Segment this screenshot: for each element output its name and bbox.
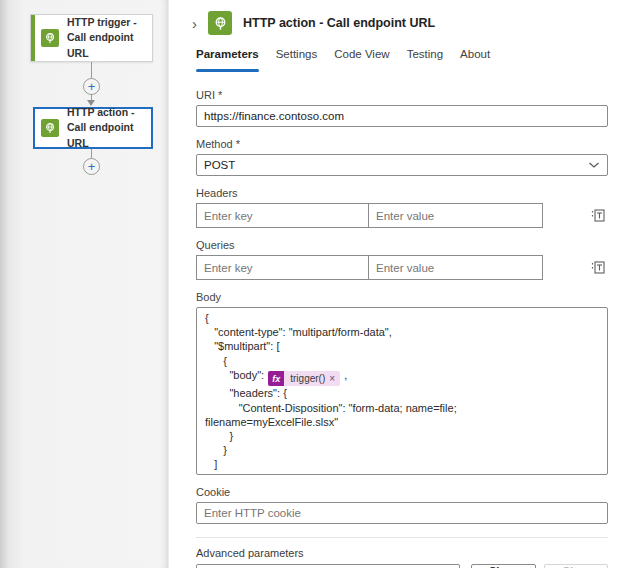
expression-token-label: trigger() [284,372,328,386]
tab-settings[interactable]: Settings [276,48,318,72]
tab-bar: Parameters Settings Code View Testing Ab… [196,48,608,72]
headers-value-input[interactable] [369,204,542,227]
cookie-input[interactable] [196,502,608,524]
collapse-panel-button[interactable]: › [188,15,201,32]
remove-token-icon[interactable]: × [328,372,340,386]
action-details-panel: › HTTP action - Call endpoint URL Parame… [168,0,624,568]
insert-step-button[interactable]: + [83,78,100,95]
tab-parameters[interactable]: Parameters [196,48,259,72]
headers-label: Headers [196,187,608,199]
queries-key-input[interactable] [197,256,368,279]
advanced-parameters-label: Advanced parameters [196,547,608,559]
panel-header: › HTTP action - Call endpoint URL [196,5,608,41]
required-asterisk: * [218,89,222,101]
queries-key-value [196,255,543,280]
trigger-node[interactable]: HTTP trigger - Call endpoint URL [30,14,153,62]
body-label: Body [196,291,608,303]
advanced-parameters-dropdown[interactable]: Showing 0 of 1 [196,564,460,568]
queries-row [196,255,608,280]
headers-row [196,203,608,228]
logic-apps-designer: HTTP trigger - Call endpoint URL + HTTP … [0,0,624,568]
uri-label: URI* [196,89,608,101]
advanced-parameters-row: Showing 0 of 1 Show all Clear all [196,564,608,568]
fx-icon: fx [268,371,284,386]
tab-about[interactable]: About [460,48,490,72]
cookie-label: Cookie [196,486,608,498]
connector-line [91,149,92,158]
method-select[interactable]: POST [196,154,608,176]
headers-key-input[interactable] [197,204,368,227]
method-label: Method* [196,138,608,150]
action-node-label: HTTP action - Call endpoint URL [67,105,143,151]
chevron-down-icon [588,161,600,169]
headers-key-value [196,203,543,228]
connector-line [91,62,92,78]
http-connector-icon [208,11,232,35]
show-all-button[interactable]: Show all [471,564,536,568]
queries-value-input[interactable] [369,256,542,279]
action-node-selected[interactable]: HTTP action - Call endpoint URL [33,107,153,149]
switch-to-text-mode-icon[interactable] [589,206,608,225]
http-connector-icon [41,29,59,47]
method-selected-value: POST [204,159,235,171]
tab-code-view[interactable]: Code View [334,48,389,72]
section-divider [196,537,608,538]
trigger-node-label: HTTP trigger - Call endpoint URL [67,15,144,61]
body-editor[interactable]: { "content-type": "multipart/form-data",… [196,307,608,475]
plus-icon: + [88,80,96,93]
tab-testing[interactable]: Testing [407,48,443,72]
plus-icon: + [88,160,96,173]
panel-title: HTTP action - Call endpoint URL [243,16,435,30]
queries-label: Queries [196,239,608,251]
workflow-canvas: HTTP trigger - Call endpoint URL + HTTP … [0,0,168,568]
trigger-accent-bar [31,15,35,61]
add-step-button[interactable]: + [83,158,100,175]
switch-to-text-mode-icon[interactable] [589,258,608,277]
http-connector-icon [41,119,59,137]
required-asterisk: * [236,138,240,150]
expression-token[interactable]: fxtrigger()× [268,371,340,386]
clear-all-button[interactable]: Clear all [544,564,608,568]
uri-input[interactable] [196,105,608,127]
